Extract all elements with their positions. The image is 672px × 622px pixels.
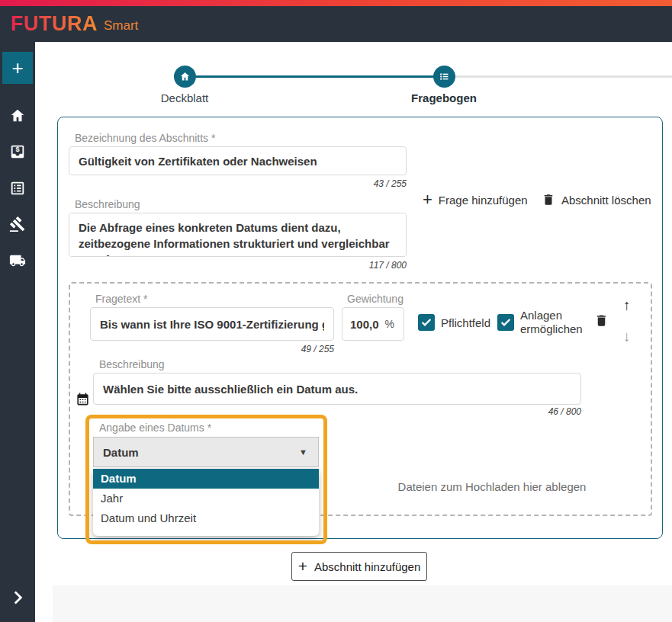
checklist-icon[interactable]: [9, 180, 26, 197]
add-section-label: Abschnitt hinzufügen: [314, 560, 420, 573]
question-description-counter: 46 / 800: [93, 406, 581, 417]
file-dropzone[interactable]: Dateien zum Hochladen hier ablegen: [366, 480, 618, 493]
delete-question-button[interactable]: [594, 313, 609, 330]
delete-section-button[interactable]: Abschnitt löschen: [542, 191, 651, 209]
question-description-label: Beschreibung: [99, 358, 165, 370]
sidebar-expand-icon[interactable]: [8, 588, 27, 608]
section-description-counter: 117 / 800: [69, 260, 407, 271]
home-step-icon: [179, 71, 191, 82]
weight-input[interactable]: [342, 318, 385, 331]
add-section-button[interactable]: + Abschnitt hinzufügen: [291, 552, 427, 581]
step-deckblatt-label: Deckblatt: [131, 91, 238, 104]
step-fragebogen-circle[interactable]: [433, 66, 455, 88]
chevron-down-icon: ▼: [299, 447, 318, 457]
menu-option-datum[interactable]: Datum: [93, 469, 319, 489]
weight-unit: %: [385, 318, 404, 330]
section-description-input[interactable]: Die Abfrage eines konkreten Datums dient…: [69, 213, 407, 257]
move-question-down-button[interactable]: ↓: [623, 329, 631, 344]
section-title-counter: 43 / 255: [69, 178, 407, 189]
question-text-label: Fragetext *: [95, 293, 147, 305]
date-field-label: Angabe eines Datums *: [99, 422, 211, 434]
checkmark-icon: [500, 316, 512, 329]
next-section-strip: [53, 585, 672, 622]
gavel-icon[interactable]: [9, 216, 26, 232]
plus-icon: +: [423, 193, 432, 207]
payments-inbox-icon[interactable]: $: [9, 143, 26, 160]
move-question-up-button[interactable]: ↑: [623, 298, 631, 313]
add-question-button[interactable]: + Frage hinzufügen: [423, 191, 528, 209]
weight-field[interactable]: %: [342, 307, 404, 341]
svg-text:$: $: [15, 146, 19, 153]
weight-label: Gewichtung: [347, 293, 404, 305]
date-type-menu: Datum Jahr Datum und Uhrzeit: [93, 469, 319, 536]
section-title-label: Bezeichnung des Abschnitts *: [75, 132, 215, 144]
app-header: FUTURA Smart: [0, 6, 672, 42]
plus-icon: +: [298, 557, 307, 576]
stepper-connector-upcoming: [455, 75, 672, 78]
top-accent-bar: [0, 0, 672, 6]
trash-icon: [594, 313, 609, 328]
menu-option-datum-uhrzeit[interactable]: Datum und Uhrzeit: [93, 508, 319, 528]
step-fragebogen-label: Fragebogen: [391, 91, 497, 104]
home-icon[interactable]: [9, 107, 26, 124]
date-type-select[interactable]: Datum ▼: [93, 437, 319, 467]
calendar-icon: [76, 392, 90, 409]
delete-section-label: Abschnitt löschen: [561, 194, 651, 207]
step-deckblatt-circle[interactable]: [174, 66, 196, 88]
truck-icon[interactable]: [9, 252, 26, 269]
brand-suffix: Smart: [104, 15, 138, 34]
list-step-icon: [439, 71, 450, 82]
date-type-selected-value: Datum: [94, 446, 299, 459]
trash-icon: [542, 193, 555, 207]
required-label: Pflichtfeld: [441, 316, 490, 330]
add-button[interactable]: +: [2, 52, 33, 84]
section-title-input[interactable]: [69, 146, 407, 175]
checkmark-icon: [420, 316, 432, 329]
sidebar: + $: [0, 42, 35, 622]
question-description-input[interactable]: [93, 373, 581, 405]
add-question-label: Frage hinzufügen: [439, 194, 528, 207]
required-checkbox[interactable]: [418, 314, 435, 331]
question-text-input[interactable]: [90, 307, 334, 341]
question-text-counter: 49 / 255: [90, 344, 334, 354]
section-description-label: Beschreibung: [75, 198, 140, 210]
attachments-checkbox[interactable]: [497, 314, 514, 331]
attachments-label: Anlagen ermöglichen: [520, 309, 590, 336]
menu-option-jahr[interactable]: Jahr: [93, 489, 319, 508]
stepper-connector-active: [195, 75, 433, 78]
brand-logo: FUTURA: [11, 12, 98, 36]
